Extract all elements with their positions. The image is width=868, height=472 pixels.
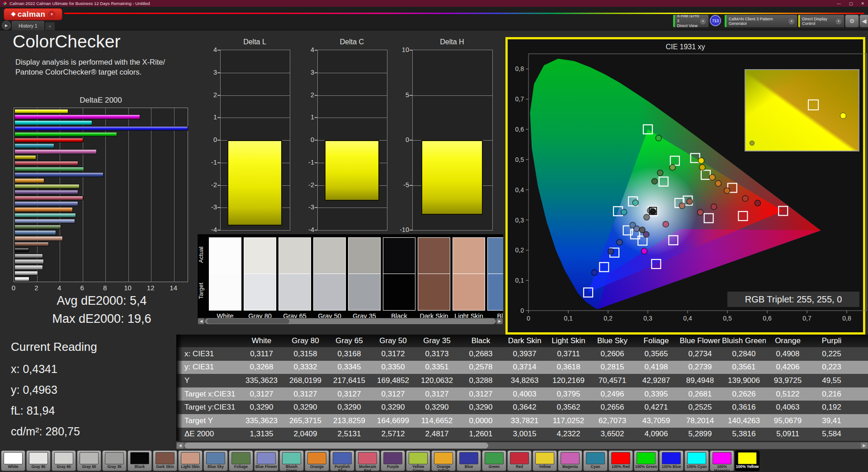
table-column-header: Foliage [634,336,678,345]
pattern-swatch-cyan[interactable]: Cyan [583,450,608,471]
table-cell: 140,4263 [722,416,766,425]
pattern-swatch-gray-80[interactable]: Gray 80 [26,450,51,471]
pattern-swatch-bluish-green[interactable]: Bluish Green [279,450,304,471]
pattern-generator-dropdown[interactable]: CalMAN Client 3 Pattern Generator ▾ [724,14,797,28]
pattern-swatch-100-blue[interactable]: 100% Blue [659,450,684,471]
pattern-swatch-100-magenta[interactable]: 100% Magenta [710,450,734,471]
meter-badge[interactable]: 713 [710,15,721,26]
calman-menu-button[interactable]: ❖ calman ▾ [4,8,62,20]
pattern-swatch-red[interactable]: Red [507,450,532,471]
table-cell: 335,3623 [240,416,283,425]
pattern-swatch-foliage[interactable]: Foliage [229,450,253,471]
scroll-right-icon[interactable]: ▶ [496,318,503,324]
pattern-swatch-yellow-green[interactable]: Yellow Green [406,450,430,471]
table-scrollbar[interactable]: ◀ ▶ [176,442,868,449]
table-cell: 0,3290 [283,403,327,412]
meter-dropdown[interactable]: X-Rite i1Pro 3Direct View ▾ [673,14,709,28]
table-cell: 0,3562 [547,403,590,412]
maximize-icon[interactable]: ▢ [849,1,853,6]
pattern-swatch-100-yellow[interactable]: 100% Yellow [735,450,760,471]
table-scroll-thumb[interactable] [184,443,488,448]
deltae-x-tick: 8 [103,284,107,292]
gear-icon[interactable]: ⚙ [845,14,859,28]
pattern-swatch-100-red[interactable]: 100% Red [609,450,633,471]
pattern-swatch-gray-65[interactable]: Gray 65 [52,450,76,471]
strip-scroll-thumb[interactable] [207,319,289,324]
pattern-swatch-white[interactable]: White [1,450,25,471]
pattern-swatch-black[interactable]: Black [127,450,152,471]
pattern-swatch-orange-yellow[interactable]: Orange Yellow [431,450,456,471]
table-cell: 0,3290 [415,403,459,412]
deltae-bar [14,109,68,114]
tab-scroll-icon[interactable]: ▶ [2,21,11,30]
tab-history-1[interactable]: History 1 [11,20,45,30]
pattern-swatch-purplish-blue[interactable]: Purplish Blue [330,450,354,471]
table-cell: 78,2014 [678,416,722,425]
delta-gridline [413,95,492,96]
table-row-label: x: CIE31 [183,349,240,359]
table-cell: 4,0906 [634,430,678,439]
pattern-swatch-magenta[interactable]: Magenta [558,450,582,471]
table-cell: 42,9287 [634,376,678,385]
strip-swatch-target [453,274,485,311]
pattern-swatch-label: 100% Green [634,465,658,469]
cie-measured-dot [670,165,675,170]
pattern-swatch-chip [434,452,453,464]
minimize-icon[interactable]: — [837,1,841,6]
scroll-left-icon[interactable]: ◀ [198,318,204,324]
table-column-header: Blue Sky [590,336,634,345]
cie-chart-svg: 00,10,20,30,40,50,60,70,800,10,20,30,40,… [509,50,868,323]
delta-l-title: Delta L [220,38,289,46]
strip-swatch-target [244,274,276,311]
delta-tick-dash [217,185,220,186]
pattern-swatch-moderate-red[interactable]: Moderate Red [355,450,380,471]
display-control-dropdown[interactable]: Direct Display Control ▾ [798,14,844,28]
delta-tick-dash [410,140,412,141]
table-row-label: Target y:CIE31 [183,403,240,412]
add-tab-button[interactable]: + [45,22,55,31]
pattern-swatch-green[interactable]: Green [482,450,506,471]
table-cell: 0,4063 [766,403,810,412]
cie-y-tick: 0,5 [515,156,524,163]
table-cell: 335,3623 [240,376,283,385]
table-cell: 0,3714 [503,363,547,372]
close-icon[interactable]: ✕ [861,1,864,6]
pattern-swatch-gray-50[interactable]: Gray 50 [77,450,101,471]
table-cell: 0,2840 [722,349,766,359]
deltae-gridline [151,108,151,282]
table-cell: 0,3351 [415,363,459,372]
pattern-swatch-yellow[interactable]: Yellow [533,450,557,471]
table-header-row: WhiteGray 80Gray 65Gray 50Gray 35BlackDa… [176,335,868,347]
table-cell: 62,7073 [590,416,634,425]
pattern-swatch-orange[interactable]: Orange [305,450,329,471]
delta-tick-label: 5 [397,91,409,99]
cie-measured-dot [663,221,669,227]
pattern-swatch-gray-35[interactable]: Gray 35 [102,450,127,471]
pattern-swatch-label: Purplish Blue [330,465,354,472]
strip-swatch-target [383,274,415,311]
pattern-swatch-blue[interactable]: Blue [457,450,481,471]
delta-tick-dash [217,72,220,73]
pattern-swatch-chip [29,452,48,464]
measurement-table: WhiteGray 80Gray 65Gray 50Gray 35BlackDa… [176,335,868,441]
delta-tick-label: 0 [205,136,217,143]
pattern-swatch-blue-sky[interactable]: Blue Sky [203,450,228,471]
deltae-gridline [174,108,175,282]
pattern-swatch-100-green[interactable]: 100% Green [634,450,658,471]
cie-measured-dot [608,249,614,255]
strip-swatch-target [209,274,241,311]
table-cell: 0,192 [810,403,854,412]
scroll-right-icon[interactable]: ▶ [861,443,868,448]
scroll-left-icon[interactable]: ◀ [177,443,184,448]
strip-scrollbar[interactable]: ◀ ▶ [198,318,503,325]
pattern-swatch-dark-skin[interactable]: Dark Skin [153,450,177,471]
pattern-swatch-100-cyan[interactable]: 100% Cyan [684,450,709,471]
table-cell: 0,4198 [634,363,678,372]
pattern-swatch-blue-flower[interactable]: Blue Flower [254,450,278,471]
pattern-generator-label: CalMAN Client 3 Pattern Generator [729,17,788,26]
deltae-x-tick: 14 [170,284,177,292]
pattern-swatch-purple[interactable]: Purple [381,450,405,471]
deltae-bar [14,126,188,131]
collapse-panel-icon[interactable]: ◀ [859,14,868,28]
pattern-swatch-light-skin[interactable]: Light Skin [178,450,203,471]
